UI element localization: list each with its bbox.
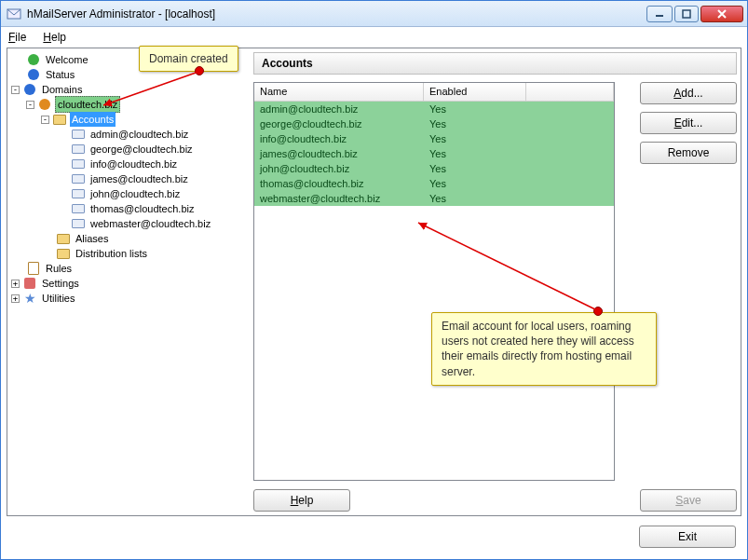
cell-name: webmaster@cloudtech.biz (254, 193, 424, 204)
tree-item-aliases[interactable]: Aliases (11, 231, 248, 246)
svg-rect-2 (683, 10, 690, 18)
tree-item-settings[interactable]: + Settings (11, 276, 248, 291)
tree-item-account[interactable]: webmaster@cloudtech.biz (11, 216, 248, 231)
table-row[interactable]: info@cloudtech.bizYes (254, 131, 614, 146)
content-area: Name Enabled admin@cloudtech.bizYesgeorg… (253, 82, 737, 512)
tree-item-accounts[interactable]: - Accounts (11, 112, 248, 127)
menu-file[interactable]: File (8, 31, 26, 44)
folder-icon (56, 246, 71, 261)
cell-enabled: Yes (424, 178, 526, 189)
window-title: hMailServer Administrator - [localhost] (27, 7, 645, 20)
exit-button[interactable]: Exit (639, 526, 736, 548)
expand-icon[interactable]: + (11, 280, 20, 288)
mail-icon (71, 171, 86, 186)
tree-panel: Welcome Status - Domains - cloudtech.biz (11, 52, 248, 512)
close-button[interactable] (700, 6, 743, 22)
annotation-dot-icon (593, 307, 603, 316)
mail-icon (71, 127, 86, 142)
table-row[interactable]: admin@cloudtech.bizYes (254, 102, 614, 116)
table-row[interactable]: john@cloudtech.bizYes (254, 161, 614, 176)
cell-enabled: Yes (424, 193, 526, 204)
expand-icon[interactable]: + (11, 294, 20, 303)
app-icon (7, 7, 21, 21)
mail-icon (71, 201, 86, 216)
panel-title: Accounts (253, 52, 737, 75)
nav-tree[interactable]: Welcome Status - Domains - cloudtech.biz (11, 52, 248, 306)
globe-icon (22, 82, 37, 97)
tree-item-distribution-lists[interactable]: Distribution lists (11, 246, 248, 261)
cell-name: info@cloudtech.biz (254, 133, 424, 144)
cell-name: thomas@cloudtech.biz (254, 178, 424, 189)
tree-item-rules[interactable]: Rules (11, 261, 248, 276)
cell-enabled: Yes (424, 103, 526, 115)
tree-item-domains[interactable]: - Domains (11, 82, 248, 97)
maximize-button[interactable] (674, 6, 699, 22)
folder-icon (52, 112, 67, 127)
cell-name: admin@cloudtech.biz (254, 103, 424, 115)
add-button[interactable]: Add... (640, 82, 737, 104)
edit-button[interactable]: Edit... (640, 112, 737, 134)
mail-icon (71, 157, 86, 171)
scroll-icon (26, 261, 41, 276)
tree-item-account[interactable]: james@cloudtech.biz (11, 171, 248, 186)
body-panel: Welcome Status - Domains - cloudtech.biz (7, 48, 741, 516)
star-icon: ★ (22, 291, 37, 306)
collapse-icon[interactable]: - (41, 116, 49, 124)
cell-name: george@cloudtech.biz (254, 118, 424, 130)
tree-item-domain[interactable]: - cloudtech.biz (11, 97, 248, 112)
collapse-icon[interactable]: - (26, 101, 34, 109)
column-name[interactable]: Name (254, 83, 424, 101)
button-column: Add... Edit... Remove (640, 82, 737, 164)
collapse-icon[interactable]: - (11, 86, 20, 94)
titlebar: hMailServer Administrator - [localhost] (1, 1, 747, 27)
tree-item-account[interactable]: admin@cloudtech.biz (11, 127, 248, 142)
annotation-dot-icon (195, 66, 204, 75)
menu-help[interactable]: Help (43, 31, 66, 44)
app-window: hMailServer Administrator - [localhost] … (0, 0, 748, 560)
column-enabled[interactable]: Enabled (424, 83, 526, 101)
tree-item-account[interactable]: info@cloudtech.biz (11, 157, 248, 171)
table-row[interactable]: thomas@cloudtech.bizYes (254, 176, 614, 191)
cell-enabled: Yes (424, 148, 526, 159)
cell-enabled: Yes (424, 163, 526, 174)
cell-name: james@cloudtech.biz (254, 148, 424, 159)
minimize-button[interactable] (646, 6, 673, 22)
save-button[interactable]: Save (640, 489, 737, 512)
callout-email: Email account for local users, roaming u… (431, 312, 657, 386)
menubar: File Help (1, 27, 747, 48)
circle-icon (26, 52, 41, 67)
window-controls (645, 6, 743, 22)
list-header: Name Enabled (254, 83, 614, 102)
accounts-list[interactable]: Name Enabled admin@cloudtech.bizYesgeorg… (253, 82, 615, 481)
mail-icon (71, 186, 86, 201)
table-row[interactable]: webmaster@cloudtech.bizYes (254, 191, 614, 206)
cell-enabled: Yes (424, 118, 526, 130)
tree-item-account[interactable]: john@cloudtech.biz (11, 186, 248, 201)
tree-item-account[interactable]: thomas@cloudtech.biz (11, 201, 248, 216)
callout-domain: Domain created (139, 46, 238, 72)
mail-icon (71, 142, 86, 157)
remove-button[interactable]: Remove (640, 142, 737, 164)
cell-enabled: Yes (424, 133, 526, 144)
globe-icon (37, 97, 52, 112)
table-row[interactable]: james@cloudtech.bizYes (254, 146, 614, 161)
tree-item-utilities[interactable]: + ★ Utilities (11, 291, 248, 306)
folder-icon (56, 231, 71, 246)
column-spacer (526, 83, 614, 101)
table-row[interactable]: george@cloudtech.bizYes (254, 116, 614, 131)
gear-icon (22, 276, 37, 291)
help-button[interactable]: Help (253, 489, 350, 512)
circle-icon (26, 67, 41, 82)
mail-icon (71, 216, 86, 231)
cell-name: john@cloudtech.biz (254, 163, 424, 174)
tree-item-account[interactable]: george@cloudtech.biz (11, 142, 248, 157)
